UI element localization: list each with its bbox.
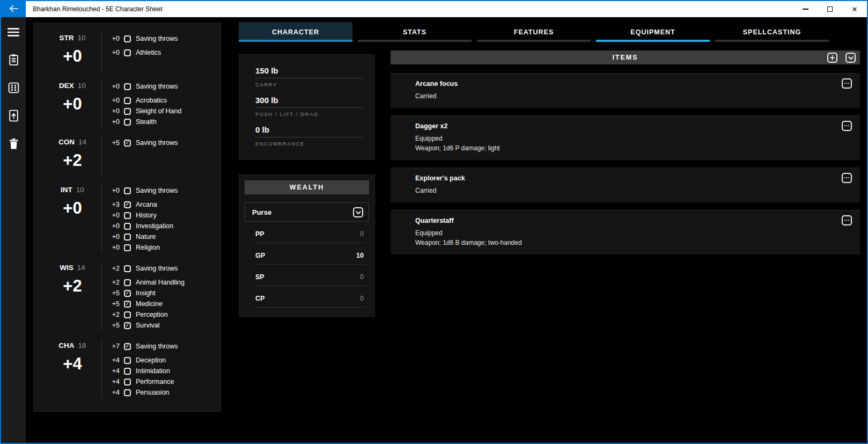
collapse-items-button[interactable] xyxy=(845,53,856,63)
skill-row: +5Insight xyxy=(108,288,220,299)
item-card[interactable]: Explorer's packCarried··· xyxy=(391,168,860,202)
tab-label: EQUIPMENT xyxy=(630,28,675,36)
ability-name-row: STR10 xyxy=(59,34,85,42)
ability-score: 10 xyxy=(77,34,85,42)
proficiency-checkbox[interactable] xyxy=(124,108,131,115)
skill-label: Saving throws xyxy=(136,187,178,194)
tab-spellcasting[interactable]: SPELLCASTING xyxy=(715,22,829,42)
close-icon: ✕ xyxy=(852,6,858,13)
item-options-button[interactable]: ··· xyxy=(842,215,852,225)
proficiency-checkbox[interactable] xyxy=(124,212,131,219)
ability-block-dex: DEX10+0+0Saving throws+0Acrobatics+0Slei… xyxy=(43,81,220,127)
items-header: ITEMS xyxy=(391,50,860,64)
tab-label: STATS xyxy=(403,28,426,36)
skill-label: Stealth xyxy=(136,118,157,126)
tab-label: FEATURES xyxy=(514,28,554,36)
purse-label: Purse xyxy=(252,208,353,216)
dice-icon xyxy=(7,81,20,96)
saving-throw-row: +0Saving throws xyxy=(108,33,220,44)
proficiency-checkbox[interactable] xyxy=(124,35,131,42)
proficiency-checkbox[interactable] xyxy=(124,357,131,364)
skill-label: Animal Handling xyxy=(136,279,185,286)
proficiency-checkbox[interactable] xyxy=(124,140,131,147)
proficiency-checkbox[interactable] xyxy=(124,368,131,375)
item-options-button[interactable]: ··· xyxy=(842,78,852,89)
sidebar-button-clipboard[interactable] xyxy=(3,50,24,71)
proficiency-checkbox[interactable] xyxy=(124,201,131,208)
item-options-button[interactable]: ··· xyxy=(842,173,852,183)
skill-modifier: +0 xyxy=(108,49,120,56)
sidebar-button-menu[interactable] xyxy=(3,23,24,43)
proficiency-checkbox[interactable] xyxy=(124,301,131,308)
coin-label: GP xyxy=(255,252,265,259)
proficiency-checkbox[interactable] xyxy=(124,311,131,318)
proficiency-checkbox[interactable] xyxy=(124,343,131,350)
item-card[interactable]: QuarterstaffEquippedWeapon; 1d6 B damage… xyxy=(391,210,860,254)
back-arrow-icon xyxy=(9,5,18,14)
wealth-header: WEALTH xyxy=(245,180,369,194)
coin-value[interactable]: 0 xyxy=(360,273,364,281)
skill-row: +2Perception xyxy=(108,309,220,320)
items-title: ITEMS xyxy=(612,54,638,61)
proficiency-checkbox[interactable] xyxy=(124,265,131,272)
skill-label: Performance xyxy=(136,378,174,385)
encumbrance-value: 300 lb xyxy=(255,96,363,108)
coin-value[interactable]: 10 xyxy=(356,252,364,259)
minimize-button[interactable] xyxy=(793,1,818,17)
skill-modifier: +0 xyxy=(108,107,120,115)
item-card[interactable]: Dagger x2EquippedWeapon; 1d6 P damage; l… xyxy=(391,115,860,160)
sidebar-button-trash[interactable] xyxy=(3,134,24,155)
ability-name-row: CHA18 xyxy=(58,341,86,350)
proficiency-checkbox[interactable] xyxy=(124,322,131,329)
proficiency-checkbox[interactable] xyxy=(124,49,131,56)
skill-modifier: +4 xyxy=(108,356,120,364)
chevron-down-icon xyxy=(848,54,854,62)
coin-value[interactable]: 0 xyxy=(360,295,364,302)
encumbrance-entry: 0 lbENCUMBRANCE xyxy=(255,125,363,147)
tab-character[interactable]: CHARACTER xyxy=(239,22,352,42)
tab-equipment[interactable]: EQUIPMENT xyxy=(596,22,710,42)
tab-bar: CHARACTERSTATSFEATURESEQUIPMENTSPELLCAST… xyxy=(239,22,834,42)
proficiency-checkbox[interactable] xyxy=(124,244,131,251)
skill-row: +5Medicine xyxy=(108,299,220,309)
sidebar-button-dice[interactable] xyxy=(3,78,24,99)
proficiency-checkbox[interactable] xyxy=(124,389,131,396)
proficiency-checkbox[interactable] xyxy=(124,83,131,90)
ability-score: 14 xyxy=(77,264,85,272)
skill-modifier: +0 xyxy=(108,97,120,104)
proficiency-checkbox[interactable] xyxy=(124,379,131,385)
coin-label: PP xyxy=(255,230,264,238)
sidebar-button-file-export[interactable] xyxy=(3,106,24,127)
maximize-button[interactable] xyxy=(818,1,842,17)
ability-modifier: +4 xyxy=(63,354,82,374)
item-card[interactable]: Arcane focusCarried··· xyxy=(391,73,860,108)
proficiency-checkbox[interactable] xyxy=(124,290,131,297)
proficiency-checkbox[interactable] xyxy=(124,119,131,126)
back-button[interactable] xyxy=(1,1,26,17)
ability-skills: +7Saving throws+4Deception+4Intimidation… xyxy=(102,341,220,398)
ability-block-cha: CHA18+4+7Saving throws+4Deception+4Intim… xyxy=(43,341,220,398)
purse-expand-button[interactable] xyxy=(353,207,363,217)
ability-block-str: STR10+0+0Saving throws+0Athletics xyxy=(43,33,220,71)
item-status: Carried xyxy=(415,91,828,101)
purse-row[interactable]: Purse xyxy=(245,202,369,222)
tab-features[interactable]: FEATURES xyxy=(477,22,591,42)
add-item-button[interactable] xyxy=(827,53,837,63)
item-details: Weapon; 1d6 P damage; light xyxy=(415,143,828,153)
ability-modifier: +0 xyxy=(63,47,82,66)
skill-modifier: +5 xyxy=(108,322,120,329)
ability-skills: +0Saving throws+0Acrobatics+0Sleight of … xyxy=(102,81,220,127)
tab-stats[interactable]: STATS xyxy=(358,22,472,42)
proficiency-checkbox[interactable] xyxy=(124,97,131,104)
proficiency-checkbox[interactable] xyxy=(124,223,131,230)
skill-label: Acrobatics xyxy=(136,97,167,104)
item-options-button[interactable]: ··· xyxy=(842,121,852,131)
ability-name: INT xyxy=(61,186,72,194)
proficiency-checkbox[interactable] xyxy=(124,234,131,241)
ability-score: 18 xyxy=(78,341,86,350)
proficiency-checkbox[interactable] xyxy=(124,279,131,286)
proficiency-checkbox[interactable] xyxy=(124,187,131,194)
coin-value[interactable]: 0 xyxy=(360,230,364,238)
close-button[interactable]: ✕ xyxy=(842,1,867,17)
wealth-title: WEALTH xyxy=(290,184,325,191)
